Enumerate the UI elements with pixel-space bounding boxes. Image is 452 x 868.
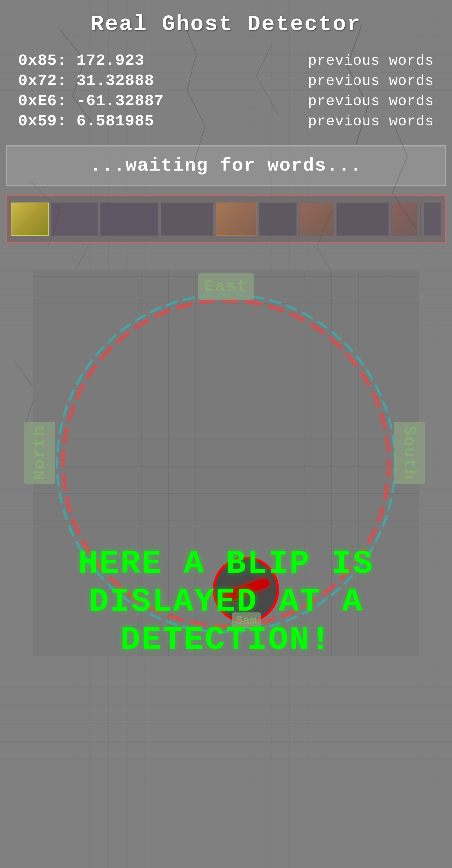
reading-label-4: previous words xyxy=(308,113,434,130)
reading-row-1: 0x85: 172.923 previous words xyxy=(18,52,434,70)
progress-seg-1 xyxy=(11,203,49,236)
progress-seg-spacer xyxy=(420,203,421,236)
progress-seg-7 xyxy=(299,203,334,236)
readings-section: 0x85: 172.923 previous words 0x72: 31.32… xyxy=(0,46,452,136)
reading-label-3: previous words xyxy=(308,93,434,110)
progress-seg-9 xyxy=(391,203,418,236)
progress-seg-2 xyxy=(51,203,98,236)
direction-south: South xyxy=(394,422,425,484)
direction-east: East xyxy=(198,273,254,300)
progress-seg-5 xyxy=(216,203,256,236)
detection-text: HERE A BLIP IS DISLAYED AT A DETECTION! xyxy=(36,545,416,659)
direction-north: North xyxy=(24,422,55,484)
reading-value-3: 0xE6: -61.32887 xyxy=(18,92,164,110)
app-title: Real Ghost Detector xyxy=(0,0,452,46)
detection-section: HERE A BLIP IS DISLAYED AT A DETECTION! xyxy=(18,545,434,659)
progress-seg-end xyxy=(424,203,441,236)
reading-row-4: 0x59: 6.581985 previous words xyxy=(18,113,434,130)
reading-value-2: 0x72: 31.32888 xyxy=(18,72,154,90)
waiting-text: ...waiting for words... xyxy=(90,155,362,176)
reading-value-4: 0x59: 6.581985 xyxy=(18,113,154,130)
progress-bar xyxy=(11,201,441,237)
progress-seg-8 xyxy=(336,203,389,236)
progress-section xyxy=(6,195,446,243)
map-area: East South North Sam HERE A BLIP IS DISL… xyxy=(18,255,434,671)
progress-seg-4 xyxy=(161,203,213,236)
reading-row-3: 0xE6: -61.32887 previous words xyxy=(18,92,434,110)
reading-value-1: 0x85: 172.923 xyxy=(18,52,144,70)
reading-label-2: previous words xyxy=(308,73,434,89)
progress-seg-6 xyxy=(259,203,297,236)
progress-seg-3 xyxy=(100,203,159,236)
reading-row-2: 0x72: 31.32888 previous words xyxy=(18,72,434,90)
waiting-box: ...waiting for words... xyxy=(6,145,446,186)
reading-label-1: previous words xyxy=(308,53,434,69)
